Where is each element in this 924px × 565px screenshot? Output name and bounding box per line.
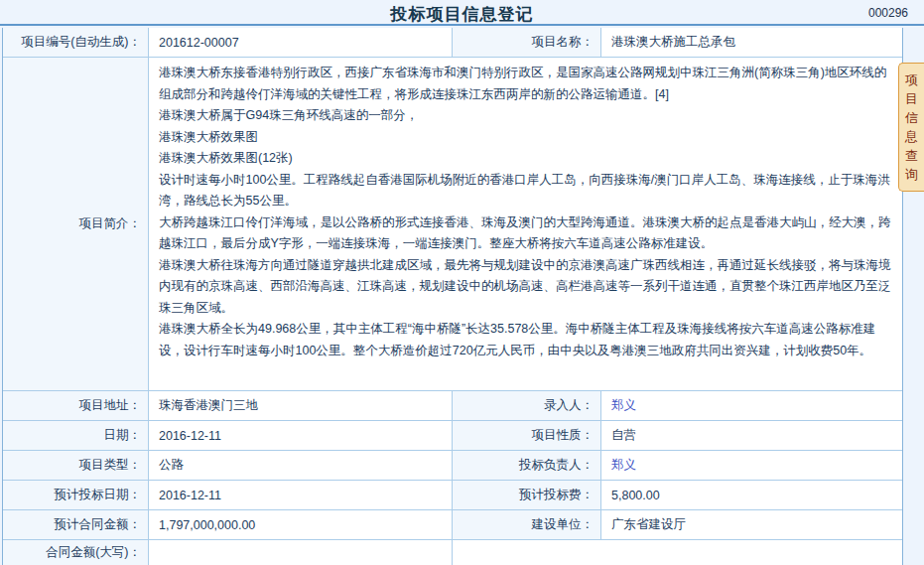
table-row: 预计合同金额： 1,797,000,000.00 建设单位： 广东省建设厅 bbox=[3, 510, 902, 540]
project-number-value: 201612-00007 bbox=[149, 28, 453, 57]
empty-cell bbox=[453, 540, 902, 565]
recorder-link[interactable]: 郑义 bbox=[601, 391, 902, 420]
project-summary-text: 港珠澳大桥东接香港特别行政区，西接广东省珠海市和澳门特别行政区，是国家高速公路网… bbox=[149, 58, 902, 390]
table-row: 项目地址： 珠海香港澳门三地 录入人： 郑义 bbox=[3, 391, 902, 421]
estimated-bid-date-label: 预计投标日期： bbox=[3, 481, 149, 509]
project-name-value: 港珠澳大桥施工总承包 bbox=[601, 28, 902, 57]
estimated-contract-amount-value: 1,797,000,000.00 bbox=[149, 510, 453, 539]
contract-amount-words-value bbox=[149, 540, 453, 565]
project-info-query-tab[interactable]: 项目信息查询 bbox=[898, 63, 924, 192]
project-type-value: 公路 bbox=[149, 451, 453, 480]
project-type-label: 项目类型： bbox=[3, 451, 149, 480]
bid-manager-label: 投标负责人： bbox=[453, 451, 601, 480]
table-row: 合同金额(大写)： bbox=[3, 540, 902, 565]
project-nature-value: 自营 bbox=[601, 421, 902, 450]
project-summary-label: 项目简介： bbox=[3, 58, 149, 390]
construction-unit-label: 建设单位： bbox=[453, 510, 601, 539]
estimated-bid-date-value: 2016-12-11 bbox=[149, 481, 453, 509]
project-name-label: 项目名称： bbox=[453, 28, 601, 57]
document-number: 000296 bbox=[868, 6, 908, 20]
project-info-table: 项目编号(自动生成)： 201612-00007 项目名称： 港珠澳大桥施工总承… bbox=[2, 28, 903, 565]
estimated-bid-fee-value: 5,800.00 bbox=[601, 481, 902, 509]
table-row: 项目简介： 港珠澳大桥东接香港特别行政区，西接广东省珠海市和澳门特别行政区，是国… bbox=[3, 58, 902, 391]
table-row: 项目编号(自动生成)： 201612-00007 项目名称： 港珠澳大桥施工总承… bbox=[3, 28, 902, 58]
page-title: 投标项目信息登记 bbox=[0, 3, 924, 26]
recorder-label: 录入人： bbox=[453, 391, 601, 420]
project-nature-label: 项目性质： bbox=[453, 421, 601, 450]
construction-unit-value: 广东省建设厅 bbox=[601, 510, 902, 539]
bid-manager-link[interactable]: 郑义 bbox=[601, 451, 902, 480]
date-value: 2016-12-11 bbox=[149, 421, 453, 450]
table-row: 日期： 2016-12-11 项目性质： 自营 bbox=[3, 421, 902, 451]
estimated-contract-amount-label: 预计合同金额： bbox=[3, 510, 149, 539]
date-label: 日期： bbox=[3, 421, 149, 450]
project-number-label: 项目编号(自动生成)： bbox=[3, 28, 149, 57]
bid-project-registration-page: 投标项目信息登记 000296 项目编号(自动生成)： 201612-00007… bbox=[0, 0, 924, 565]
table-row: 项目类型： 公路 投标负责人： 郑义 bbox=[3, 451, 902, 481]
page-header: 投标项目信息登记 000296 bbox=[0, 0, 924, 26]
project-address-value: 珠海香港澳门三地 bbox=[149, 391, 453, 420]
contract-amount-words-label: 合同金额(大写)： bbox=[3, 540, 149, 565]
estimated-bid-fee-label: 预计投标费： bbox=[453, 481, 601, 509]
project-address-label: 项目地址： bbox=[3, 391, 149, 420]
table-row: 预计投标日期： 2016-12-11 预计投标费： 5,800.00 bbox=[3, 481, 902, 510]
